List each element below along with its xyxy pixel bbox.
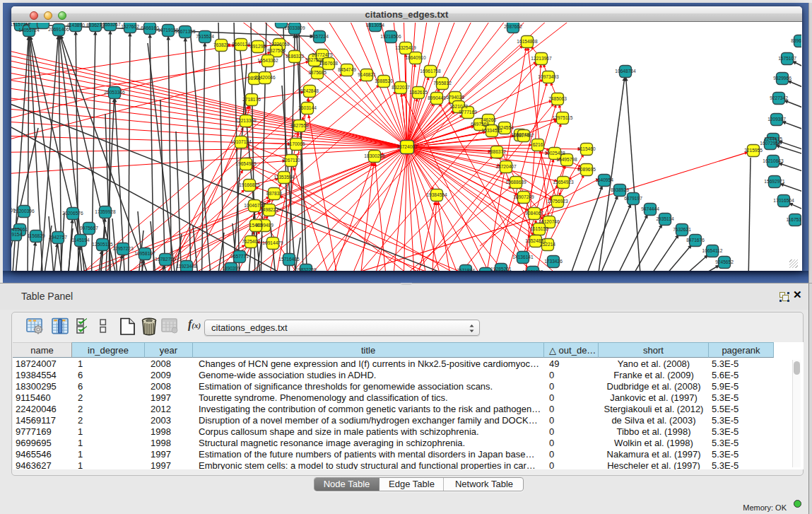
svg-text:10107134: 10107134 xyxy=(230,139,252,144)
svg-text:20206576: 20206576 xyxy=(62,211,83,216)
svg-text:8267110: 8267110 xyxy=(282,158,300,163)
svg-text:4143890: 4143890 xyxy=(66,23,85,28)
svg-text:1575107: 1575107 xyxy=(778,56,796,61)
svg-text:9657771: 9657771 xyxy=(230,254,249,259)
svg-text:4498222: 4498222 xyxy=(260,207,278,212)
svg-text:15403: 15403 xyxy=(249,223,263,228)
svg-text:252214: 252214 xyxy=(540,242,555,247)
svg-text:746266: 746266 xyxy=(481,117,496,122)
svg-text:1145194: 1145194 xyxy=(71,238,90,243)
svg-text:19654985: 19654985 xyxy=(235,161,257,166)
svg-text:2603144: 2603144 xyxy=(298,105,317,110)
svg-text:16671355: 16671355 xyxy=(175,29,196,34)
svg-text:7485063: 7485063 xyxy=(548,96,567,101)
svg-text:10973493: 10973493 xyxy=(538,74,559,79)
svg-text:20691406: 20691406 xyxy=(48,27,69,32)
svg-text:10648784: 10648784 xyxy=(615,69,636,74)
svg-text:8990448: 8990448 xyxy=(428,95,446,100)
svg-text:15157347: 15157347 xyxy=(11,23,31,27)
svg-text:9777169: 9777169 xyxy=(459,110,477,115)
svg-text:3824554: 3824554 xyxy=(495,125,514,130)
svg-text:8660124: 8660124 xyxy=(232,42,250,47)
svg-text:7625402: 7625402 xyxy=(242,239,260,244)
svg-text:7515524: 7515524 xyxy=(196,34,214,39)
svg-text:8454749: 8454749 xyxy=(338,67,356,72)
svg-text:6466160: 6466160 xyxy=(141,25,159,30)
svg-text:1640954: 1640954 xyxy=(595,177,613,182)
svg-text:18640910: 18640910 xyxy=(405,55,426,60)
svg-text:1167530: 1167530 xyxy=(786,217,801,222)
svg-text:19285201: 19285201 xyxy=(490,267,512,271)
svg-text:10914479: 10914479 xyxy=(262,240,283,245)
svg-text:18724007: 18724007 xyxy=(396,144,418,149)
svg-text:15716485: 15716485 xyxy=(278,257,300,262)
svg-text:13654923: 13654923 xyxy=(553,180,574,185)
svg-text:6497568: 6497568 xyxy=(471,122,489,127)
svg-text:9975667: 9975667 xyxy=(80,226,98,230)
svg-text:9242848: 9242848 xyxy=(300,88,319,93)
svg-text:7886372: 7886372 xyxy=(488,149,506,154)
svg-text:10025438: 10025438 xyxy=(544,151,565,156)
svg-text:9146821: 9146821 xyxy=(358,72,376,77)
svg-text:7955812: 7955812 xyxy=(433,81,452,86)
svg-text:18720407: 18720407 xyxy=(495,164,517,169)
svg-text:16782759: 16782759 xyxy=(155,257,176,262)
svg-text:9115460: 9115460 xyxy=(577,146,596,151)
svg-text:8322037: 8322037 xyxy=(392,85,410,90)
svg-text:1615152: 1615152 xyxy=(530,226,548,231)
svg-text:16072954: 16072954 xyxy=(760,141,781,146)
svg-text:1388520: 1388520 xyxy=(375,78,393,83)
svg-text:7671884: 7671884 xyxy=(457,268,475,271)
svg-text:15076749: 15076749 xyxy=(522,269,543,271)
svg-text:891295: 891295 xyxy=(250,44,266,49)
svg-text:2718176: 2718176 xyxy=(242,97,261,102)
svg-text:14136141: 14136141 xyxy=(512,255,534,259)
svg-text:6794028: 6794028 xyxy=(446,95,464,100)
svg-text:16210643: 16210643 xyxy=(763,158,784,163)
svg-text:10654112: 10654112 xyxy=(702,248,723,253)
svg-text:10553267: 10553267 xyxy=(100,23,121,27)
svg-text:10688639: 10688639 xyxy=(505,180,526,185)
svg-text:17957223: 17957223 xyxy=(112,246,134,251)
svg-text:1890399: 1890399 xyxy=(222,266,240,271)
svg-text:1527602: 1527602 xyxy=(121,24,139,29)
svg-text:1209387: 1209387 xyxy=(767,117,786,122)
svg-text:8938923: 8938923 xyxy=(611,187,629,192)
svg-text:1733426: 1733426 xyxy=(544,259,563,264)
svg-text:9327505: 9327505 xyxy=(267,48,286,53)
svg-text:7357224: 7357224 xyxy=(310,34,329,39)
svg-text:2867608: 2867608 xyxy=(319,61,338,66)
svg-text:17016504: 17016504 xyxy=(773,198,794,203)
svg-text:22420046: 22420046 xyxy=(254,75,276,80)
svg-text:3875685: 3875685 xyxy=(308,70,326,75)
svg-text:15495798: 15495798 xyxy=(556,157,577,162)
svg-text:9245652: 9245652 xyxy=(715,259,734,264)
svg-text:20772475: 20772475 xyxy=(312,52,333,57)
svg-text:12213967: 12213967 xyxy=(531,56,552,61)
svg-text:8427552: 8427552 xyxy=(290,123,309,128)
svg-text:12975115: 12975115 xyxy=(553,115,573,120)
svg-text:13325419: 13325419 xyxy=(395,45,416,50)
svg-text:19832259: 19832259 xyxy=(295,267,317,271)
svg-text:10958107: 10958107 xyxy=(134,251,155,256)
svg-text:18300295: 18300295 xyxy=(364,153,385,158)
svg-text:13226058: 13226058 xyxy=(269,42,290,47)
svg-text:10756923: 10756923 xyxy=(547,199,568,204)
svg-text:6089695: 6089695 xyxy=(577,167,596,172)
svg-text:2935114: 2935114 xyxy=(656,216,674,221)
svg-text:16120746: 16120746 xyxy=(539,219,560,224)
svg-text:2087662: 2087662 xyxy=(504,24,522,29)
svg-text:11923448: 11923448 xyxy=(177,264,197,269)
svg-text:39154: 39154 xyxy=(11,232,22,237)
svg-text:3215955: 3215955 xyxy=(744,148,763,153)
svg-text:8471676: 8471676 xyxy=(686,238,705,243)
svg-text:16154808: 16154808 xyxy=(517,39,538,44)
svg-text:887833: 887833 xyxy=(266,191,282,196)
svg-text:9474444: 9474444 xyxy=(641,206,659,211)
svg-text:6216: 6216 xyxy=(533,142,543,147)
svg-text:9329966: 9329966 xyxy=(773,76,792,81)
svg-text:19166825: 19166825 xyxy=(239,182,260,187)
svg-text:8813054: 8813054 xyxy=(366,23,384,28)
svg-text:11353594: 11353594 xyxy=(274,175,295,180)
svg-text:21200396: 21200396 xyxy=(13,209,35,214)
